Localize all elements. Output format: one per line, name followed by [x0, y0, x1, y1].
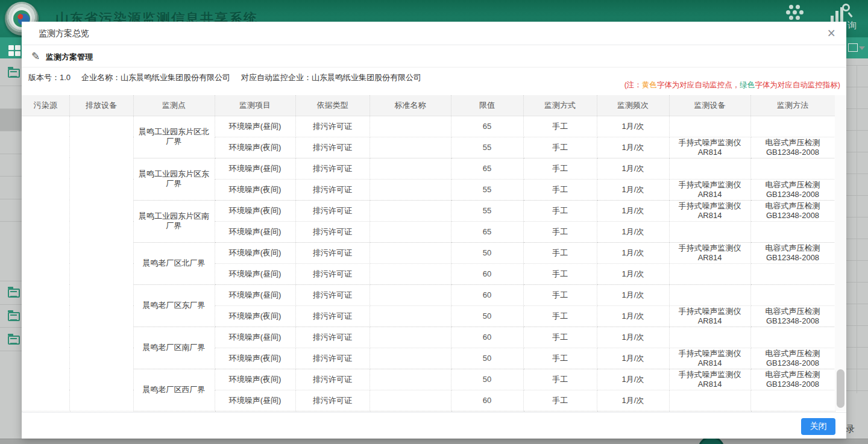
limit-cell: 55 [451, 179, 523, 200]
col-header-5: 标准名称 [370, 95, 451, 116]
modal-titlebar: 监测方案总览 × [22, 22, 846, 45]
col-header-2: 监测点 [133, 95, 215, 116]
sidebar-row-divider [0, 327, 22, 328]
note-mid: 字体为对应自动监控点， [657, 81, 740, 89]
monitor-mode-cell: 手工 [523, 221, 597, 242]
monitor-freq-cell: 1月/次 [597, 179, 669, 200]
col-header-1: 排放设备 [69, 95, 133, 116]
legend-note: (注：黄色字体为对应自动监控点，绿色字体为对应自动监控指标) [624, 80, 840, 90]
bottom-bar [0, 439, 868, 444]
basis-type-cell: 排污许可证 [295, 305, 370, 327]
basis-type-cell: 排污许可证 [295, 116, 370, 137]
basis-type-cell: 排污许可证 [295, 200, 370, 221]
monitor-method-cell: 电容式声压检测GB12348-2008 [750, 200, 835, 221]
monitor-method-cell: 电容式声压检测GB12348-2008 [750, 137, 835, 158]
col-header-6: 限值 [451, 95, 523, 116]
monitor-point-cell: 晨鸣工业园东片区东厂界 [133, 158, 215, 200]
monitor-freq-cell: 1月/次 [597, 242, 669, 263]
monitor-item-cell: 环境噪声(昼间) [215, 158, 295, 179]
note-yellow-word: 黄色 [642, 81, 657, 89]
sidebar-row-divider [0, 176, 22, 177]
monitor-mode-cell: 手工 [523, 390, 597, 411]
monitor-method-cell [750, 327, 835, 348]
monitor-point-cell: 晨鸣老厂区东厂界 [133, 284, 215, 327]
monitor-mode-cell: 手工 [523, 348, 597, 369]
monitor-freq-cell: 1月/次 [597, 158, 669, 179]
monitor-device-cell: 手持式噪声监测仪AR814 [669, 242, 750, 263]
monitor-item-cell: 环境噪声(夜间) [215, 369, 295, 390]
limit-cell: 65 [451, 221, 523, 242]
standard-name-cell [370, 242, 451, 263]
monitor-mode-cell: 手工 [523, 158, 597, 179]
monitor-item-cell: 环境噪声(昼间) [215, 263, 295, 284]
grid-menu-icon[interactable] [8, 45, 20, 56]
sidebar-row-divider [0, 154, 22, 154]
plan-info: 版本号：1.0企业名称：山东晨鸣纸业集团股份有限公司对应自动监控企业：山东晨鸣纸… [28, 72, 432, 83]
note-prefix: (注： [624, 81, 642, 89]
limit-cell: 60 [451, 327, 523, 348]
plan-table: 污染源排放设备监测点监测项目依据类型标准名称限值监测方式监测频次监测设备监测方法… [22, 95, 835, 411]
monitor-item-cell: 环境噪声(夜间) [215, 305, 295, 327]
folder-icon[interactable] [8, 312, 20, 321]
basis-type-cell: 排污许可证 [295, 390, 370, 411]
sidebar-row-divider [0, 199, 22, 199]
monitor-point-cell: 晨鸣工业园东片区南厂界 [133, 200, 215, 242]
standard-name-cell [370, 200, 451, 221]
col-header-0: 污染源 [22, 95, 69, 116]
monitor-item-cell: 环境噪声(夜间) [215, 137, 295, 158]
monitor-device-cell: 手持式噪声监测仪AR814 [669, 200, 750, 221]
pen-icon: ✎ [31, 50, 40, 63]
standard-name-cell [370, 116, 451, 137]
mini-select-box[interactable] [848, 43, 858, 52]
limit-cell: 60 [451, 284, 523, 305]
monitor-item-cell: 环境噪声(夜间) [215, 242, 295, 263]
monitor-method-cell [750, 263, 835, 284]
monitor-device-cell: 手持式噪声监测仪AR814 [669, 369, 750, 390]
monitor-freq-cell: 1月/次 [597, 200, 669, 221]
table-row: 晨鸣老厂区北厂界环境噪声(夜间)排污许可证50手工1月/次手持式噪声监测仪AR8… [22, 242, 835, 263]
limit-cell: 65 [451, 116, 523, 137]
monitor-method-cell: 电容式声压检测GB12348-2008 [750, 305, 835, 327]
monitor-method-cell: 电容式声压检测GB12348-2008 [750, 179, 835, 200]
close-button[interactable]: 关闭 [801, 418, 835, 435]
standard-name-cell [370, 263, 451, 284]
folder-icon[interactable] [8, 336, 20, 345]
col-header-8: 监测频次 [597, 95, 669, 116]
standard-name-cell [370, 137, 451, 158]
monitor-device-cell [669, 327, 750, 348]
sidebar-row-divider [0, 86, 22, 86]
report-query-icon[interactable] [831, 4, 851, 23]
folder-icon[interactable] [8, 69, 20, 78]
table-scrollbar-thumb[interactable] [837, 369, 844, 408]
monitor-device-cell [669, 158, 750, 179]
limit-cell: 65 [451, 158, 523, 179]
monitor-freq-cell: 1月/次 [597, 369, 669, 390]
monitor-method-cell: 电容式声压检测GB12348-2008 [750, 369, 835, 390]
monitor-freq-cell: 1月/次 [597, 263, 669, 284]
monitor-method-cell: 电容式声压检测GB12348-2008 [750, 242, 835, 263]
table-row: 晨鸣工业园东片区北厂界环境噪声(昼间)排污许可证65手工1月/次 [22, 116, 835, 137]
apps-dots-icon[interactable] [787, 5, 805, 23]
standard-name-cell [370, 158, 451, 179]
monitor-item-cell: 环境噪声(昼间) [215, 390, 295, 411]
monitor-item-cell: 环境噪声(昼间) [215, 327, 295, 348]
monitor-method-cell [750, 116, 835, 137]
monitor-freq-cell: 1月/次 [597, 305, 669, 327]
col-header-9: 监测设备 [669, 95, 750, 116]
pollution-source-cell [22, 116, 69, 411]
col-header-4: 依据类型 [295, 95, 370, 116]
monitor-freq-cell: 1月/次 [597, 390, 669, 411]
limit-cell: 55 [451, 137, 523, 158]
limit-cell: 60 [451, 263, 523, 284]
sidebar-row-divider [0, 281, 22, 281]
basis-type-cell: 排污许可证 [295, 137, 370, 158]
standard-name-cell [370, 369, 451, 390]
close-icon[interactable]: × [828, 25, 835, 41]
version-text: 版本号：1.0 [28, 73, 71, 82]
sidebar-row-divider [0, 304, 22, 305]
table-scrollbar-track[interactable] [835, 95, 846, 411]
folder-icon[interactable] [8, 289, 20, 298]
monitor-mode-cell: 手工 [523, 116, 597, 137]
table-row: 晨鸣老厂区西厂界环境噪声(夜间)排污许可证50手工1月/次手持式噪声监测仪AR8… [22, 369, 835, 390]
chevron-down-icon[interactable] [859, 46, 865, 50]
